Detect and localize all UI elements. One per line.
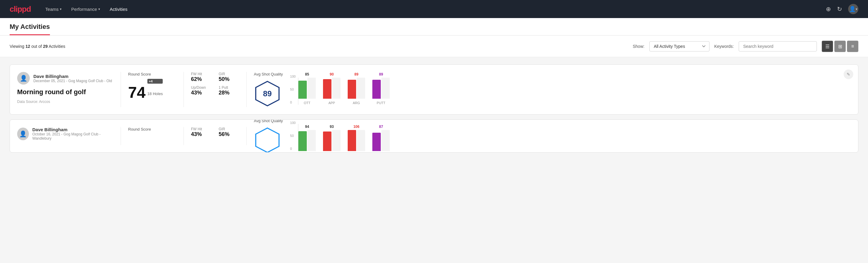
- card-left: 👤 Dave Billingham December 05, 2021 - Go…: [17, 72, 114, 107]
- card-divider: [121, 72, 121, 107]
- fw-hit-label: FW Hit: [191, 127, 211, 131]
- round-score-label: Round Score: [128, 127, 176, 132]
- grid-icon: ⊞: [838, 43, 842, 49]
- list-compact-icon: ☰: [825, 43, 830, 49]
- ott-label: OTT: [304, 101, 310, 105]
- activity-title[interactable]: Morning round of golf: [17, 88, 114, 96]
- score-row: 74 +4 18 Holes: [128, 79, 176, 100]
- shot-quality-section: Avg Shot Quality 100 50 0: [254, 127, 851, 145]
- putt-bar: [372, 133, 381, 151]
- navbar: clippd Teams ▾ Performance ▾ Activities …: [0, 0, 868, 18]
- ott-bar: [298, 81, 307, 99]
- refresh-icon[interactable]: ↻: [837, 5, 842, 12]
- hex-score: 89: [263, 89, 272, 98]
- card-divider: [183, 127, 184, 145]
- gir-stat: GIR 50%: [219, 72, 239, 83]
- chevron-down-icon: ▾: [98, 7, 100, 11]
- arg-value: 89: [354, 72, 358, 77]
- stats-grid: FW Hit 62% GIR 50% Up/Down 43% 1 Putt 28…: [191, 72, 239, 96]
- stats-grid: FW Hit 43% GIR 56%: [191, 127, 239, 138]
- hexagon: [254, 127, 281, 153]
- app-bar-group: 90 APP: [323, 72, 340, 105]
- updown-stat: Up/Down 43%: [191, 85, 211, 96]
- updown-value: 43%: [191, 90, 211, 96]
- round-score-value: 74: [128, 85, 146, 100]
- bar-chart: 100 50 0 85 OTT: [290, 75, 851, 105]
- putt-bar-group: 89 PUTT: [372, 72, 390, 105]
- app-value: 90: [330, 72, 334, 77]
- nav-performance[interactable]: Performance ▾: [71, 1, 100, 18]
- stats-section: FW Hit 62% GIR 50% Up/Down 43% 1 Putt 28…: [191, 72, 239, 107]
- putt-value: 89: [379, 72, 383, 77]
- gir-label: GIR: [219, 127, 239, 131]
- viewing-count-text: Viewing 12 out of 29 Activities: [10, 44, 628, 49]
- gir-value: 56%: [219, 131, 239, 138]
- arg-bar: [348, 80, 356, 99]
- hex-container: 89: [254, 80, 281, 107]
- chart-y-labels: 100 50 0: [290, 75, 296, 105]
- card-divider: [121, 127, 121, 145]
- nav-teams[interactable]: Teams ▾: [45, 1, 62, 18]
- avg-shot-quality-label: Avg Shot Quality: [254, 72, 283, 77]
- app-bar-wrapper: [323, 78, 340, 99]
- arg-bar: [348, 130, 356, 151]
- user-date: December 05, 2021 - Gog Magog Golf Club …: [33, 79, 112, 83]
- activity-card: 👤 Dave Billingham October 16, 2021 - Gog…: [10, 119, 858, 152]
- list-icon: ≡: [851, 43, 854, 49]
- chart-y-labels: 100 50 0: [290, 121, 296, 151]
- user-info: Dave Billingham December 05, 2021 - Gog …: [33, 74, 112, 83]
- score-badge: +4: [147, 79, 163, 84]
- putt-bar-group: 87: [372, 124, 390, 151]
- user-avatar-button[interactable]: 👤 ▾: [848, 4, 858, 14]
- gir-label: GIR: [219, 72, 239, 76]
- list-compact-view-button[interactable]: ☰: [822, 40, 833, 52]
- app-bar: [323, 132, 332, 151]
- search-input[interactable]: [739, 41, 817, 52]
- grid-view-button[interactable]: ⊞: [834, 40, 846, 52]
- logo[interactable]: clippd: [10, 4, 31, 14]
- chevron-down-icon: ▾: [60, 7, 62, 11]
- fw-hit-stat: FW Hit 62%: [191, 72, 211, 83]
- ott-value: 85: [305, 72, 309, 77]
- add-icon[interactable]: ⊕: [826, 5, 831, 12]
- holes-label: 18 Holes: [147, 91, 163, 96]
- avatar: 👤: [17, 127, 29, 140]
- viewing-total: 29: [43, 44, 48, 49]
- fw-hit-value: 62%: [191, 76, 211, 83]
- user-chevron-icon: ▾: [856, 7, 858, 11]
- viewing-count: 12: [26, 44, 30, 49]
- edit-button[interactable]: ✎: [844, 69, 853, 79]
- round-score-section: Round Score: [128, 127, 176, 145]
- gir-stat: GIR 56%: [219, 127, 239, 138]
- page-header: My Activities: [0, 18, 868, 35]
- card-divider: [246, 72, 247, 107]
- show-label: Show:: [633, 44, 645, 49]
- user-row: 👤 Dave Billingham December 05, 2021 - Go…: [17, 72, 114, 85]
- stats-section: FW Hit 43% GIR 56%: [191, 127, 239, 145]
- svg-marker-1: [256, 128, 279, 152]
- user-icon: 👤: [849, 6, 856, 12]
- activity-type-select[interactable]: All Activity Types Round Practice Lesson: [649, 41, 710, 52]
- putt-bar: [372, 80, 381, 99]
- round-score-section: Round Score 74 +4 18 Holes: [128, 72, 176, 107]
- data-source: Data Source: Arccos: [17, 99, 114, 104]
- ott-bar-group: 94: [298, 124, 316, 151]
- app-bar: [323, 79, 332, 99]
- round-score-label: Round Score: [128, 72, 176, 77]
- putt-label: PUTT: [377, 101, 385, 105]
- card-left: 👤 Dave Billingham October 16, 2021 - Gog…: [17, 127, 114, 145]
- arg-bar-wrapper: [348, 78, 365, 99]
- activity-card: ✎ 👤 Dave Billingham December 05, 2021 - …: [10, 64, 858, 115]
- arg-bg-bar: [357, 78, 365, 99]
- user-info: Dave Billingham October 16, 2021 - Gog M…: [32, 127, 114, 141]
- arg-bar-group: 106: [348, 124, 365, 151]
- pencil-icon: ✎: [847, 72, 850, 77]
- arg-label: ARG: [353, 101, 360, 105]
- ott-bar-group: 85 OTT: [298, 72, 316, 105]
- user-name: Dave Billingham: [32, 127, 114, 132]
- nav-activities[interactable]: Activities: [110, 1, 127, 18]
- one-putt-stat: 1 Putt 28%: [219, 85, 239, 96]
- list-view-button[interactable]: ≡: [847, 40, 858, 52]
- putt-bg-bar: [381, 78, 390, 99]
- activities-list: ✎ 👤 Dave Billingham December 05, 2021 - …: [0, 57, 868, 160]
